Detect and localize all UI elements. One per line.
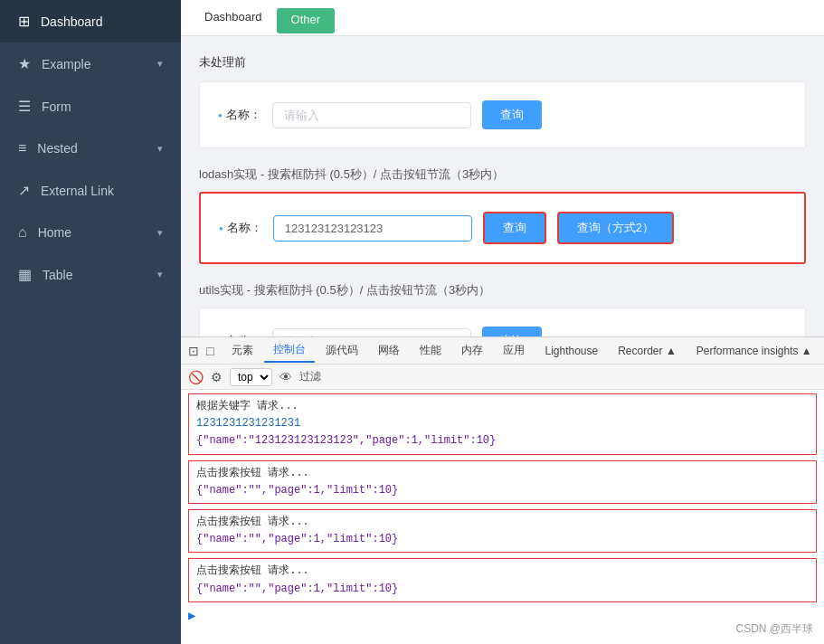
section1-card: 名称： 查询 xyxy=(199,81,806,148)
sidebar: ⊞ Dashboard ★ Example ▾ ☰ Form ≡ Nested … xyxy=(0,0,181,644)
sidebar-item-label: Example xyxy=(42,57,157,71)
devtools-tabs: ⊡ □ 元素 控制台 源代码 网络 性能 内存 应用 Lighthouse Re… xyxy=(181,337,824,365)
section2-form-row: 名称： 查询 查询（方式2） xyxy=(219,212,786,244)
devtools-toolbar: 🚫 ⚙ top 👁 过滤 xyxy=(181,365,824,390)
sidebar-item-label: Dashboard xyxy=(41,14,163,29)
console-line: {"name":"","page":1,"limit":10} xyxy=(196,482,809,499)
devtools-tab-recorder[interactable]: Recorder ▲ xyxy=(609,341,686,361)
console-group-1: 根据关键字 请求... 1231231231231231 {"name":"12… xyxy=(188,393,817,455)
devtools-tab-console[interactable]: 控制台 xyxy=(264,338,315,363)
example-icon: ★ xyxy=(18,55,31,72)
section1-title: 未处理前 xyxy=(199,54,806,71)
section2-header: lodash实现 - 搜索框防抖 (0.5秒）/ 点击按钮节流（3秒内） xyxy=(199,166,806,183)
sidebar-item-external-link[interactable]: ↗ External Link xyxy=(0,169,181,212)
sidebar-item-label: Table xyxy=(43,268,157,282)
form-icon: ☰ xyxy=(18,98,31,115)
section3-search-button[interactable]: 查询 xyxy=(482,327,542,336)
sidebar-item-label: Nested xyxy=(37,141,157,156)
watermark: CSDN @西半球 xyxy=(735,621,813,637)
settings-icon[interactable]: ⚙ xyxy=(211,370,223,384)
devtools-console: 根据关键字 请求... 1231231231231231 {"name":"12… xyxy=(181,390,824,644)
section2-input[interactable] xyxy=(273,215,472,242)
chevron-down-icon: ▾ xyxy=(157,143,163,155)
nested-icon: ≡ xyxy=(18,140,26,156)
sidebar-item-label: External Link xyxy=(41,184,163,198)
eye-icon[interactable]: 👁 xyxy=(279,370,292,384)
section1-input[interactable] xyxy=(272,102,471,128)
sidebar-item-dashboard[interactable]: ⊞ Dashboard xyxy=(0,0,181,43)
page-content: 未处理前 名称： 查询 lodash实现 - 搜索框防抖 (0.5秒）/ 点击按… xyxy=(181,36,824,336)
sidebar-item-label: Form xyxy=(42,99,163,114)
clear-icon[interactable]: 🚫 xyxy=(188,370,204,384)
tab-other[interactable]: Other xyxy=(277,8,336,33)
section3-form-row: 名称： 查询 xyxy=(218,327,787,336)
devtools-tab-perf-insights[interactable]: Performance insights ▲ xyxy=(687,341,821,361)
console-line: {"name":"123123123123123","page":1,"limi… xyxy=(196,432,809,450)
chevron-down-icon: ▾ xyxy=(157,227,163,239)
sidebar-item-form[interactable]: ☰ Form xyxy=(0,85,181,128)
top-select[interactable]: top xyxy=(230,368,272,386)
console-arrow: ▶ xyxy=(188,608,817,623)
console-line: 根据关键字 请求... xyxy=(196,398,809,415)
section2-label: 名称： xyxy=(219,220,262,236)
section3-input[interactable] xyxy=(272,328,471,337)
dashboard-icon: ⊞ xyxy=(18,13,30,30)
console-group-2: 点击搜索按钮 请求... {"name":"","page":1,"limit"… xyxy=(188,460,817,504)
devtools-tab-network[interactable]: 网络 xyxy=(369,339,409,362)
console-line: 点击搜索按钮 请求... xyxy=(196,465,809,482)
section1-search-button[interactable]: 查询 xyxy=(482,100,542,129)
home-icon: ⌂ xyxy=(18,224,27,241)
devtools-tab-elements[interactable]: 元素 xyxy=(223,339,262,362)
filter-label: 过滤 xyxy=(299,369,321,384)
sidebar-item-table[interactable]: ▦ Table ▾ xyxy=(0,253,181,296)
devtools-tab-application[interactable]: 应用 xyxy=(494,339,534,362)
top-tabs: Dashboard Other xyxy=(181,0,824,36)
section3-header: utils实现 - 搜索框防抖 (0.5秒）/ 点击按钮节流（3秒内） xyxy=(199,282,806,298)
devtools-device-icon[interactable]: □ xyxy=(206,344,213,358)
section2-search-button2[interactable]: 查询（方式2） xyxy=(557,212,674,244)
console-line: 1231231231231231 xyxy=(196,415,809,432)
external-link-icon: ↗ xyxy=(18,182,30,199)
devtools-tab-sources[interactable]: 源代码 xyxy=(317,339,367,362)
sidebar-item-home[interactable]: ⌂ Home ▾ xyxy=(0,212,181,253)
console-line: {"name":"","page":1,"limit":10} xyxy=(196,581,809,598)
devtools-select-icon[interactable]: ⊡ xyxy=(188,344,199,358)
main-area: Dashboard Other 未处理前 名称： 查询 lodash实现 - 搜… xyxy=(181,0,824,644)
chevron-down-icon: ▾ xyxy=(157,269,163,280)
table-icon: ▦ xyxy=(18,266,32,283)
devtools-tab-memory[interactable]: 内存 xyxy=(452,339,492,362)
console-line: 点击搜索按钮 请求... xyxy=(196,514,809,531)
devtools-tab-performance[interactable]: 性能 xyxy=(411,339,450,362)
sidebar-item-label: Home xyxy=(38,225,157,240)
sidebar-item-example[interactable]: ★ Example ▾ xyxy=(0,43,181,85)
console-line: 点击搜索按钮 请求... xyxy=(196,563,809,580)
console-group-3: 点击搜索按钮 请求... {"name":"","page":1,"limit"… xyxy=(188,509,817,553)
section3-card: 名称： 查询 xyxy=(199,308,806,336)
sidebar-item-nested[interactable]: ≡ Nested ▾ xyxy=(0,128,181,169)
console-line: {"name":"","page":1,"limit":10} xyxy=(196,531,809,548)
devtools-tab-lighthouse[interactable]: Lighthouse xyxy=(535,341,607,361)
console-group-4: 点击搜索按钮 请求... {"name":"","page":1,"limit"… xyxy=(188,558,817,601)
section1-label: 名称： xyxy=(218,107,261,123)
section2-search-button[interactable]: 查询 xyxy=(483,212,546,244)
section1-form-row: 名称： 查询 xyxy=(218,100,787,129)
section2-card: 名称： 查询 查询（方式2） xyxy=(199,192,806,264)
devtools-panel: ⊡ □ 元素 控制台 源代码 网络 性能 内存 应用 Lighthouse Re… xyxy=(181,336,824,644)
tab-dashboard[interactable]: Dashboard xyxy=(190,0,277,36)
chevron-down-icon: ▾ xyxy=(157,58,163,70)
